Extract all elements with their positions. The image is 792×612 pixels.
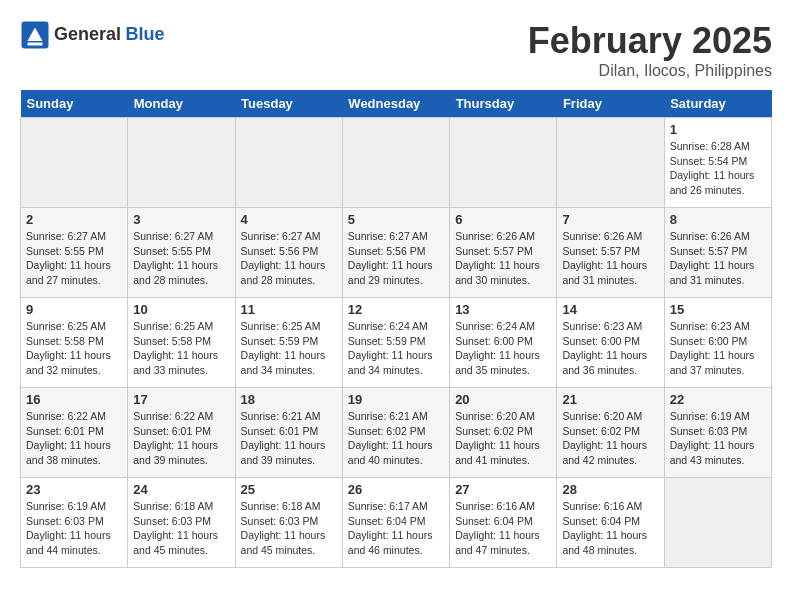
calendar-cell: 7Sunrise: 6:26 AMSunset: 5:57 PMDaylight…	[557, 208, 664, 298]
day-info: Sunrise: 6:19 AM	[26, 499, 122, 514]
day-info: Daylight: 11 hours and 34 minutes.	[348, 348, 444, 377]
day-info: Daylight: 11 hours and 37 minutes.	[670, 348, 766, 377]
day-info: Sunrise: 6:27 AM	[26, 229, 122, 244]
day-number: 2	[26, 212, 122, 227]
calendar-cell	[450, 118, 557, 208]
day-info: Sunset: 5:58 PM	[133, 334, 229, 349]
day-info: Sunset: 5:59 PM	[348, 334, 444, 349]
day-info: Sunset: 6:00 PM	[455, 334, 551, 349]
day-info: Sunrise: 6:22 AM	[133, 409, 229, 424]
logo-icon	[20, 20, 50, 50]
day-info: Sunrise: 6:27 AM	[133, 229, 229, 244]
day-info: Sunset: 6:01 PM	[133, 424, 229, 439]
day-number: 23	[26, 482, 122, 497]
day-info: Sunrise: 6:28 AM	[670, 139, 766, 154]
day-info: Sunrise: 6:23 AM	[562, 319, 658, 334]
day-number: 21	[562, 392, 658, 407]
day-number: 15	[670, 302, 766, 317]
day-info: Sunset: 6:00 PM	[670, 334, 766, 349]
calendar-cell: 21Sunrise: 6:20 AMSunset: 6:02 PMDayligh…	[557, 388, 664, 478]
weekday-header-monday: Monday	[128, 90, 235, 118]
header: General Blue February 2025 Dilan, Ilocos…	[20, 20, 772, 80]
day-info: Daylight: 11 hours and 34 minutes.	[241, 348, 337, 377]
day-info: Sunset: 5:57 PM	[562, 244, 658, 259]
day-number: 14	[562, 302, 658, 317]
day-info: Sunrise: 6:20 AM	[562, 409, 658, 424]
day-info: Daylight: 11 hours and 44 minutes.	[26, 528, 122, 557]
day-number: 27	[455, 482, 551, 497]
weekday-header-wednesday: Wednesday	[342, 90, 449, 118]
day-info: Daylight: 11 hours and 42 minutes.	[562, 438, 658, 467]
day-info: Daylight: 11 hours and 33 minutes.	[133, 348, 229, 377]
day-info: Sunset: 6:03 PM	[241, 514, 337, 529]
day-info: Daylight: 11 hours and 47 minutes.	[455, 528, 551, 557]
day-number: 10	[133, 302, 229, 317]
calendar-cell: 8Sunrise: 6:26 AMSunset: 5:57 PMDaylight…	[664, 208, 771, 298]
day-number: 17	[133, 392, 229, 407]
logo-general-text: General	[54, 24, 121, 44]
day-info: Daylight: 11 hours and 39 minutes.	[133, 438, 229, 467]
day-info: Daylight: 11 hours and 39 minutes.	[241, 438, 337, 467]
day-info: Sunset: 5:56 PM	[348, 244, 444, 259]
day-info: Sunset: 6:01 PM	[241, 424, 337, 439]
calendar-cell	[128, 118, 235, 208]
day-info: Daylight: 11 hours and 30 minutes.	[455, 258, 551, 287]
day-info: Sunset: 6:02 PM	[562, 424, 658, 439]
day-number: 5	[348, 212, 444, 227]
day-info: Sunrise: 6:20 AM	[455, 409, 551, 424]
day-info: Daylight: 11 hours and 45 minutes.	[241, 528, 337, 557]
calendar-cell: 5Sunrise: 6:27 AMSunset: 5:56 PMDaylight…	[342, 208, 449, 298]
weekday-header-saturday: Saturday	[664, 90, 771, 118]
weekday-header-friday: Friday	[557, 90, 664, 118]
calendar-cell: 19Sunrise: 6:21 AMSunset: 6:02 PMDayligh…	[342, 388, 449, 478]
day-info: Daylight: 11 hours and 27 minutes.	[26, 258, 122, 287]
day-number: 12	[348, 302, 444, 317]
day-number: 18	[241, 392, 337, 407]
day-number: 26	[348, 482, 444, 497]
day-number: 16	[26, 392, 122, 407]
day-info: Sunset: 6:03 PM	[133, 514, 229, 529]
calendar-cell: 4Sunrise: 6:27 AMSunset: 5:56 PMDaylight…	[235, 208, 342, 298]
calendar-cell: 3Sunrise: 6:27 AMSunset: 5:55 PMDaylight…	[128, 208, 235, 298]
day-info: Sunrise: 6:18 AM	[133, 499, 229, 514]
calendar-cell: 16Sunrise: 6:22 AMSunset: 6:01 PMDayligh…	[21, 388, 128, 478]
day-number: 8	[670, 212, 766, 227]
day-info: Daylight: 11 hours and 32 minutes.	[26, 348, 122, 377]
day-number: 4	[241, 212, 337, 227]
day-info: Sunset: 6:04 PM	[562, 514, 658, 529]
day-info: Daylight: 11 hours and 46 minutes.	[348, 528, 444, 557]
calendar-cell: 25Sunrise: 6:18 AMSunset: 6:03 PMDayligh…	[235, 478, 342, 568]
day-number: 7	[562, 212, 658, 227]
day-info: Daylight: 11 hours and 48 minutes.	[562, 528, 658, 557]
calendar-cell	[21, 118, 128, 208]
calendar-table: SundayMondayTuesdayWednesdayThursdayFrid…	[20, 90, 772, 568]
day-info: Sunrise: 6:16 AM	[562, 499, 658, 514]
day-info: Sunset: 5:56 PM	[241, 244, 337, 259]
day-info: Daylight: 11 hours and 31 minutes.	[562, 258, 658, 287]
calendar-cell: 10Sunrise: 6:25 AMSunset: 5:58 PMDayligh…	[128, 298, 235, 388]
day-info: Sunrise: 6:25 AM	[133, 319, 229, 334]
day-info: Daylight: 11 hours and 45 minutes.	[133, 528, 229, 557]
day-info: Sunrise: 6:27 AM	[348, 229, 444, 244]
calendar-cell: 11Sunrise: 6:25 AMSunset: 5:59 PMDayligh…	[235, 298, 342, 388]
calendar-cell	[235, 118, 342, 208]
calendar-cell: 2Sunrise: 6:27 AMSunset: 5:55 PMDaylight…	[21, 208, 128, 298]
calendar-cell: 28Sunrise: 6:16 AMSunset: 6:04 PMDayligh…	[557, 478, 664, 568]
day-info: Sunset: 6:00 PM	[562, 334, 658, 349]
day-info: Sunset: 6:02 PM	[455, 424, 551, 439]
day-number: 1	[670, 122, 766, 137]
calendar-cell: 17Sunrise: 6:22 AMSunset: 6:01 PMDayligh…	[128, 388, 235, 478]
day-info: Sunrise: 6:19 AM	[670, 409, 766, 424]
day-number: 9	[26, 302, 122, 317]
day-info: Daylight: 11 hours and 35 minutes.	[455, 348, 551, 377]
day-number: 28	[562, 482, 658, 497]
calendar-cell: 13Sunrise: 6:24 AMSunset: 6:00 PMDayligh…	[450, 298, 557, 388]
calendar-cell: 15Sunrise: 6:23 AMSunset: 6:00 PMDayligh…	[664, 298, 771, 388]
day-info: Sunrise: 6:21 AM	[348, 409, 444, 424]
logo: General Blue	[20, 20, 165, 50]
day-info: Daylight: 11 hours and 41 minutes.	[455, 438, 551, 467]
title-area: February 2025 Dilan, Ilocos, Philippines	[528, 20, 772, 80]
day-info: Daylight: 11 hours and 38 minutes.	[26, 438, 122, 467]
day-info: Sunset: 5:57 PM	[455, 244, 551, 259]
day-info: Daylight: 11 hours and 29 minutes.	[348, 258, 444, 287]
